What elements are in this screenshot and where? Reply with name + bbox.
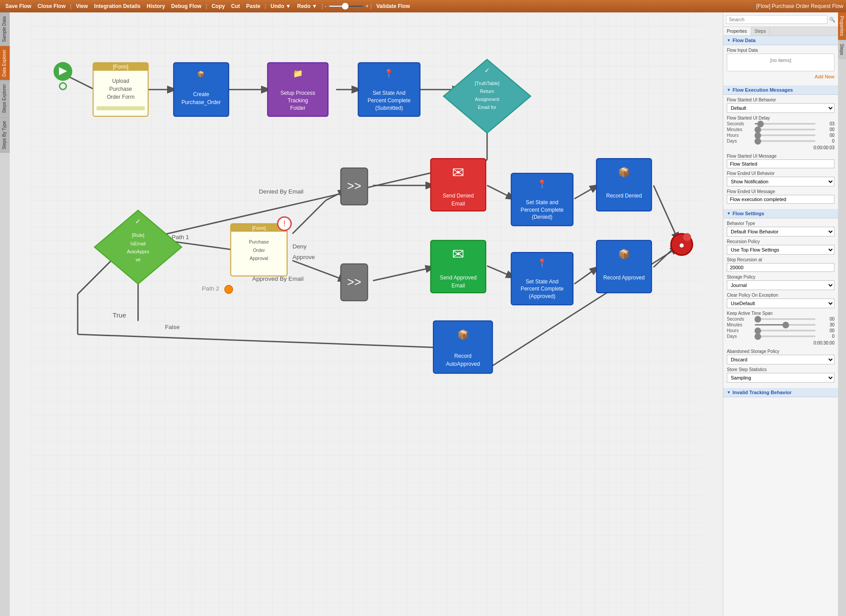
store-step-select[interactable]: Sampling xyxy=(727,373,834,383)
sidebar-item-data-explorer[interactable]: Data Explorer xyxy=(0,46,10,80)
delay-hours-slider[interactable] xyxy=(754,135,816,136)
delay-days-slider[interactable] xyxy=(754,140,816,142)
right-edge-tab-steps[interactable]: Steps xyxy=(838,40,846,59)
svg-text:[TruthTable]: [TruthTable] xyxy=(475,81,499,86)
svg-text:(Denied): (Denied) xyxy=(532,214,552,220)
right-edge-tab-properties[interactable]: Properties xyxy=(838,12,846,40)
validate-flow-button[interactable]: Validate Flow xyxy=(374,2,413,10)
keep-seconds-slider[interactable] xyxy=(754,318,816,320)
close-flow-button[interactable]: Close Flow xyxy=(35,2,68,10)
keep-days-slider[interactable] xyxy=(754,336,816,337)
copy-button[interactable]: Copy xyxy=(209,2,227,10)
zoom-minus-icon[interactable]: - xyxy=(325,3,327,9)
flow-started-ui-behavior-select[interactable]: Default xyxy=(727,103,834,113)
storage-policy-label: Storage Policy xyxy=(727,275,834,279)
clear-policy-select[interactable]: UseDefault xyxy=(727,298,834,308)
tab-properties[interactable]: Properties xyxy=(723,27,751,35)
svg-text:Email for: Email for xyxy=(478,105,496,110)
save-flow-button[interactable]: Save Flow xyxy=(3,2,34,10)
svg-text:📦: 📦 xyxy=(618,248,630,260)
sidebar-item-steps-explorer[interactable]: Steps Explorer xyxy=(0,80,10,117)
svg-text:Return: Return xyxy=(480,89,494,94)
flow-settings-section-header[interactable]: Flow Settings xyxy=(723,209,838,218)
flow-input-data-label: Flow Input Data xyxy=(727,48,834,53)
flow-ended-ui-behavior-select[interactable]: Show Notification xyxy=(727,177,834,186)
svg-text:Approval: Approval xyxy=(250,256,268,261)
svg-text:Purchase: Purchase xyxy=(109,86,132,92)
record-approved-node[interactable]: 📦 Record Approved xyxy=(596,240,651,293)
zoom-slider[interactable] xyxy=(328,5,364,7)
add-new-link[interactable]: Add New xyxy=(727,73,834,80)
delay-minutes-slider[interactable] xyxy=(754,129,816,130)
svg-text:>>: >> xyxy=(347,275,361,289)
integration-details-button[interactable]: Integration Details xyxy=(91,2,143,10)
behavior-type-row: Behavior Type Default Flow Behavior xyxy=(727,221,834,236)
create-po-node[interactable]: 📦 Create Purchase_Order xyxy=(174,63,229,116)
abandoned-storage-select[interactable]: Discard xyxy=(727,355,834,364)
store-step-row: Store Step Statistics Sampling xyxy=(727,367,834,383)
zoom-plus-icon[interactable]: + xyxy=(366,3,369,9)
search-icon[interactable]: 🔍 xyxy=(829,17,835,23)
delay-seconds-value: 03 xyxy=(817,121,834,126)
delay-hours-row: Hours 00 xyxy=(727,133,834,138)
undo-button[interactable]: Undo ▼ xyxy=(268,2,294,10)
invalid-tracking-section-header[interactable]: Invalid Tracking Behavior xyxy=(723,388,838,397)
record-denied-node[interactable]: 📦 Record Denied xyxy=(596,159,651,211)
stop-recursion-input[interactable] xyxy=(727,263,834,272)
stop-recursion-label: Stop Recursion at xyxy=(727,257,834,262)
delay-minutes-label: Minutes xyxy=(727,127,753,132)
right-panel: 🔍 Properties Steps Flow Data Flow Input … xyxy=(723,12,838,616)
flow-diagram: True Path 1 Denied By Email Deny Approve… xyxy=(10,12,723,616)
delay-seconds-slider[interactable] xyxy=(754,123,816,124)
keep-minutes-row: Minutes 30 xyxy=(727,322,834,327)
svg-text:📍: 📍 xyxy=(537,179,547,189)
clear-policy-label: Clear Policy On Exception xyxy=(727,293,834,298)
paste-button[interactable]: Paste xyxy=(243,2,263,10)
po-approval-node[interactable]: [Form] Purchase Order Approval ! xyxy=(231,217,291,276)
set-state-denied-node[interactable]: 📍 Set State and Percent Complete (Denied… xyxy=(511,173,573,225)
send-denied-email-node[interactable]: ✉ Send Denied Email xyxy=(431,159,486,211)
svg-text:✉: ✉ xyxy=(452,164,464,181)
flow-started-ui-behavior-label: Flow Started UI Behavior xyxy=(727,97,834,102)
delay-minutes-value: 00 xyxy=(817,127,834,132)
keep-minutes-slider[interactable] xyxy=(754,324,816,325)
sidebar-item-steps-by-type[interactable]: Steps By Type xyxy=(0,117,10,153)
parallel-split-2-node[interactable]: >> xyxy=(341,264,368,301)
parallel-split-node[interactable]: >> xyxy=(341,168,368,205)
svg-text:Set State And: Set State And xyxy=(373,90,405,96)
view-button[interactable]: View xyxy=(73,2,90,10)
sidebar-item-sample-data[interactable]: Sample Data xyxy=(0,12,10,46)
tab-steps[interactable]: Steps xyxy=(751,27,770,35)
setup-tracking-node[interactable]: 📁 Setup Process Tracking Folder xyxy=(268,63,328,116)
send-approved-email-node[interactable]: ✉ Send Approved Email xyxy=(431,240,486,293)
keep-hours-slider[interactable] xyxy=(754,330,816,331)
behavior-type-select[interactable]: Default Flow Behavior xyxy=(727,227,834,236)
cut-button[interactable]: Cut xyxy=(228,2,242,10)
debug-flow-button[interactable]: Debug Flow xyxy=(168,2,204,10)
recursion-policy-select[interactable]: Use Top Flow Settings xyxy=(727,245,834,255)
flow-input-data-row: Flow Input Data [no items] Add New xyxy=(727,48,834,80)
svg-text:Send Approved: Send Approved xyxy=(440,275,477,281)
history-button[interactable]: History xyxy=(144,2,168,10)
record-auto-approved-node[interactable]: 📦 Record AutoApproved xyxy=(433,321,492,373)
svg-text:!: ! xyxy=(283,219,285,228)
svg-point-108 xyxy=(683,233,691,241)
toolbar-separator-4: | xyxy=(322,3,323,9)
keep-days-label: Days xyxy=(727,334,753,339)
redo-button[interactable]: Redo ▼ xyxy=(294,2,320,10)
set-state-submitted-node[interactable]: 📍 Set State And Percent Complete (Submit… xyxy=(358,63,420,116)
set-state-approved-node[interactable]: 📍 Set State And Percent Complete (Approv… xyxy=(511,252,573,305)
flow-started-ui-message-input[interactable] xyxy=(727,159,834,168)
flow-data-section-header[interactable]: Flow Data xyxy=(723,36,838,45)
storage-policy-select[interactable]: Journal xyxy=(727,280,834,290)
svg-text:📦: 📦 xyxy=(197,70,205,78)
form-upload-node[interactable]: [Form] Upload Purchase Order Form xyxy=(93,63,148,116)
canvas-area[interactable]: True Path 1 Denied By Email Deny Approve… xyxy=(10,12,723,616)
flow-ended-ui-message-input[interactable] xyxy=(727,195,834,204)
stop-recursion-row: Stop Recursion at xyxy=(727,257,834,272)
search-input[interactable] xyxy=(726,15,827,24)
flow-execution-section-header[interactable]: Flow Execution Messages xyxy=(723,85,838,95)
svg-text:✓: ✓ xyxy=(135,217,141,225)
svg-text:📍: 📍 xyxy=(384,69,394,78)
svg-text:Send Denied: Send Denied xyxy=(443,193,474,199)
